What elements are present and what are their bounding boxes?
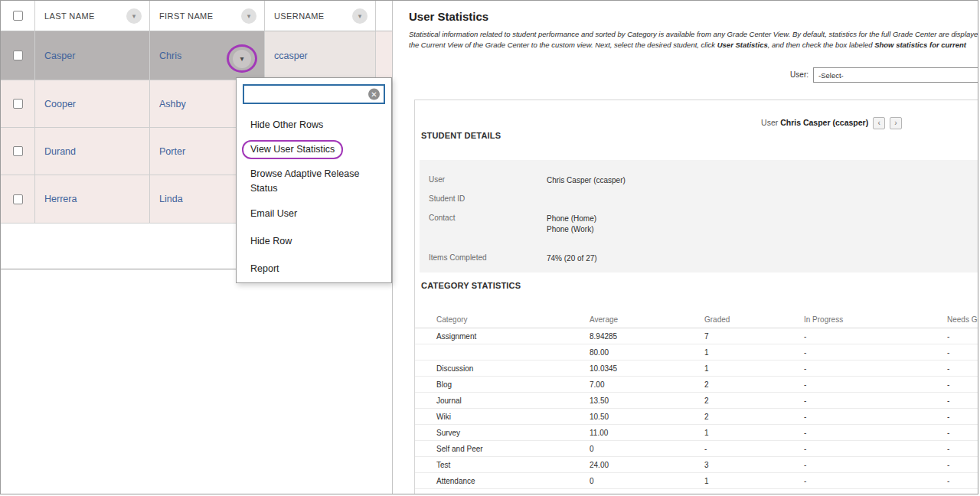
- annotation-highlight-rect: View User Statistics: [242, 140, 343, 159]
- user-statistics-page: User Statistics Statistical information …: [398, 1, 978, 494]
- field-value-contact-work: Phone (Work): [547, 224, 594, 235]
- category-statistics-table: Category Average Graded In Progress Need…: [415, 312, 978, 489]
- page-description-line1: Statistical information related to stude…: [409, 30, 978, 38]
- col-needs-grading: Needs Grading: [947, 315, 978, 324]
- user-select-dropdown[interactable]: -Select-: [813, 67, 978, 83]
- field-label-items-completed: Items Completed: [429, 253, 487, 262]
- row-checkbox[interactable]: [13, 146, 23, 156]
- field-value-items-completed: 74% (20 of 27): [547, 253, 597, 264]
- select-all-checkbox[interactable]: [13, 11, 23, 21]
- menu-item-browse-adaptive-release-status[interactable]: Browse Adaptive Release Status: [250, 167, 374, 196]
- user-pagination: User Chris Casper (ccasper) ‹ ›: [415, 117, 902, 129]
- menu-item-view-user-statistics[interactable]: View User Statistics: [250, 140, 374, 159]
- student-details-box: User Chris Casper (ccasper) Student ID C…: [420, 160, 978, 272]
- first-name-value: Porter: [159, 146, 185, 157]
- stats-row: Self and Peer0---: [415, 441, 978, 457]
- field-label-student-id: Student ID: [429, 194, 465, 203]
- stats-row: Attendance01--: [415, 473, 978, 489]
- stats-table-header: Category Average Graded In Progress Need…: [415, 312, 978, 328]
- stats-row: 80.001--: [415, 344, 978, 361]
- stats-row: Assignment8.942857--: [415, 328, 978, 344]
- field-label-contact: Contact: [429, 214, 455, 222]
- user-select-label: User:: [720, 70, 808, 79]
- select-all-cell: [1, 1, 35, 31]
- stats-row: Test24.003--: [415, 457, 978, 473]
- page-title: User Statistics: [409, 10, 488, 23]
- page-description-line2: the Current View of the Grade Center to …: [409, 41, 966, 49]
- menu-search-input[interactable]: [243, 84, 385, 104]
- stats-row: Journal13.502--: [415, 393, 978, 409]
- clear-search-icon[interactable]: ✕: [368, 89, 380, 100]
- column-header-first-name: FIRST NAME ▾: [150, 1, 265, 31]
- first-name-value: Chris: [159, 51, 181, 61]
- previous-user-button[interactable]: ‹: [873, 117, 885, 129]
- col-average: Average: [590, 315, 704, 324]
- stats-row: Discussion10.03451--: [415, 361, 978, 377]
- student-details-heading: STUDENT DETAILS: [421, 131, 501, 140]
- menu-item-hide-row[interactable]: Hide Row: [250, 234, 374, 249]
- nav-user-value: Chris Casper (ccasper): [780, 118, 868, 127]
- menu-item-email-user[interactable]: Email User: [250, 207, 374, 221]
- first-name-value: Linda: [159, 194, 183, 204]
- field-value-contact-home: Phone (Home): [547, 214, 596, 224]
- first-name-value: Ashby: [159, 99, 186, 109]
- nav-user-label: User: [761, 118, 778, 127]
- next-user-button[interactable]: ›: [890, 117, 902, 129]
- field-value-user: Chris Casper (ccasper): [547, 175, 626, 186]
- category-statistics-heading: CATEGORY STATISTICS: [421, 281, 521, 290]
- last-name-value: Durand: [44, 146, 76, 157]
- stats-row: Wiki10.502--: [415, 409, 978, 425]
- row-checkbox[interactable]: [13, 194, 23, 204]
- col-category: Category: [436, 315, 590, 324]
- username-value: ccasper: [274, 51, 308, 61]
- row-checkbox[interactable]: [13, 51, 23, 60]
- screenshot-root: LAST NAME ▾ FIRST NAME ▾ USERNAME ▾ Casp…: [0, 0, 978, 494]
- table-header-row: LAST NAME ▾ FIRST NAME ▾ USERNAME ▾: [1, 1, 392, 31]
- menu-item-hide-other-rows[interactable]: Hide Other Rows: [250, 118, 374, 132]
- col-graded: Graded: [704, 315, 804, 324]
- table-row[interactable]: Casper Chris ccasper: [1, 31, 392, 80]
- last-name-column-menu-icon[interactable]: ▾: [126, 8, 142, 24]
- col-in-progress: In Progress: [804, 315, 947, 324]
- menu-item-report[interactable]: Report: [250, 262, 374, 276]
- username-column-menu-icon[interactable]: ▾: [352, 8, 368, 24]
- last-name-value: Herrera: [44, 194, 77, 204]
- column-header-partial: [376, 1, 392, 31]
- row-context-menu: ✕ Hide Other Rows View User Statistics B…: [236, 77, 392, 283]
- panel-divider: [392, 1, 393, 494]
- stats-row: Blog7.002--: [415, 377, 978, 393]
- row-checkbox[interactable]: [13, 99, 23, 109]
- last-name-value: Cooper: [44, 99, 76, 109]
- last-name-value: Casper: [44, 51, 75, 61]
- menu-item-list: Hide Other Rows View User Statistics Bro…: [237, 110, 391, 282]
- column-header-last-name: LAST NAME ▾: [35, 1, 150, 31]
- statistics-panel: User Chris Casper (ccasper) ‹ › STUDENT …: [414, 100, 978, 494]
- column-header-username: USERNAME ▾: [265, 1, 376, 31]
- first-name-column-menu-icon[interactable]: ▾: [241, 8, 256, 24]
- row-context-menu-button[interactable]: ▾: [233, 50, 251, 68]
- field-label-user: User: [429, 175, 445, 184]
- stats-row: Survey11.001--: [415, 425, 978, 441]
